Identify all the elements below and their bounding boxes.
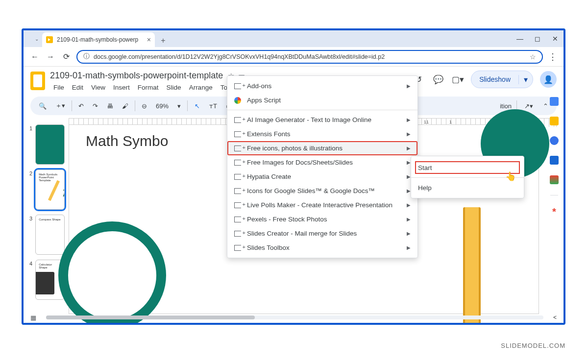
menu-view[interactable]: View (88, 82, 109, 93)
text-box-icon[interactable]: ᴛT (207, 101, 220, 111)
window-minimize-button[interactable]: — (515, 35, 524, 43)
zoom-dropdown-icon[interactable]: ▾ (175, 101, 183, 111)
apps-script-icon (234, 97, 241, 104)
slide-thumb-3[interactable]: Compass Shape 𝛬 (35, 215, 65, 255)
ext-addons[interactable]: Add-ons ▶ (227, 79, 417, 93)
ext-item[interactable]: Slides Creator - Mail merge for Slides▶ (227, 226, 417, 241)
browser-tab[interactable]: 2109-01-math-symbols-powerp × (42, 32, 155, 47)
ext-item[interactable]: Pexels - Free Stock Photos▶ (227, 212, 417, 226)
menu-file[interactable]: File (50, 82, 68, 93)
ext-item[interactable]: Icons for Google Slides™ & Google Docs™▶ (227, 184, 417, 198)
pencil-graphic (463, 207, 481, 325)
browser-window: ⌄ 2109-01-math-symbols-powerp × + — ◻ ✕ … (22, 28, 565, 325)
bookmark-star-icon[interactable]: ☆ (530, 53, 536, 61)
tab-close-icon[interactable]: × (147, 36, 151, 44)
ext-item[interactable]: Extensis Fonts▶ (227, 127, 417, 141)
tab-title: 2109-01-math-symbols-powerp (57, 36, 143, 43)
ext-item[interactable]: Hypatia Create▶ (227, 170, 417, 184)
undo-icon[interactable]: ↶ (76, 101, 86, 111)
horizontal-scrollbar[interactable] (46, 315, 543, 319)
puzzle-icon (234, 245, 241, 251)
ext-apps-script[interactable]: Apps Script (227, 93, 417, 107)
thumb-number: 3 (29, 215, 32, 255)
bottom-bar: ▦ < (30, 314, 557, 321)
document-title[interactable]: 2109-01-math-symbols-powerpoint-template (50, 71, 223, 81)
menu-arrange[interactable]: Arrange (186, 82, 216, 93)
side-panel: * (547, 97, 562, 218)
select-tool-icon[interactable]: ↖ (192, 100, 203, 112)
comments-icon[interactable]: 💬 (432, 73, 444, 86)
menu-edit[interactable]: Edit (69, 82, 87, 93)
ext-item[interactable]: Live Polls Maker - Create Interactive Pr… (227, 198, 417, 212)
contacts-icon[interactable] (550, 156, 559, 165)
grid-view-icon[interactable]: ▦ (30, 314, 36, 321)
ext-free-icons[interactable]: Free icons, photos & illustrations▶ (227, 141, 417, 155)
window-maximize-button[interactable]: ◻ (533, 35, 542, 43)
nav-back-icon[interactable]: ← (29, 52, 40, 61)
maps-icon[interactable] (550, 175, 559, 184)
addon-sidebar-icon[interactable]: * (552, 206, 556, 218)
submenu-arrow-icon: ▶ (407, 83, 411, 89)
puzzle-icon (234, 188, 241, 194)
watermark-text: SLIDEMODEL.COM (501, 342, 565, 349)
thumb-number: 4 (29, 260, 32, 300)
puzzle-icon (234, 146, 241, 151)
redo-icon[interactable]: ↷ (90, 101, 100, 111)
zoom-level[interactable]: 69% (153, 101, 171, 111)
puzzle-icon (234, 131, 241, 137)
keep-icon[interactable] (550, 117, 559, 125)
menu-format[interactable]: Format (134, 82, 162, 93)
slideshow-label: Slideshow (471, 75, 518, 83)
share-button[interactable]: 👤 (540, 71, 557, 88)
browser-menu-icon[interactable]: ⋮ (548, 51, 558, 62)
zoom-out-icon[interactable]: ⊖ (139, 101, 149, 111)
explore-chevron-icon[interactable]: < (553, 314, 557, 321)
tab-drag-handle[interactable]: ⌄ (33, 36, 40, 42)
ruler-tick: 11 (424, 120, 429, 124)
submenu-help[interactable]: Help (411, 180, 524, 195)
extensions-menu: Add-ons ▶ Apps Script AI Image Generator… (227, 75, 418, 258)
tab-strip: ⌄ 2109-01-math-symbols-powerp × + — ◻ ✕ (24, 30, 564, 47)
pointer-mode-icon[interactable]: ↗▾ (522, 101, 536, 111)
new-slide-button[interactable]: ＋▾ (53, 100, 68, 112)
puzzle-icon (234, 202, 241, 208)
tasks-icon[interactable] (550, 136, 559, 145)
search-menus-icon[interactable]: 🔍 (36, 101, 49, 111)
transition-label-fragment[interactable]: ition (500, 102, 512, 110)
menu-slide[interactable]: Slide (163, 82, 185, 93)
url-text: docs.google.com/presentation/d/1D12V2W2Y… (94, 53, 526, 60)
menu-separator (227, 110, 417, 110)
puzzle-icon (234, 217, 241, 222)
slideshow-dropdown-icon[interactable]: ▾ (518, 75, 533, 84)
slides-logo-icon[interactable] (30, 72, 45, 90)
slides-favicon-icon (46, 36, 53, 43)
slide-thumb-2[interactable]: Math Symbols PowerPoint Template π (35, 170, 65, 210)
site-info-icon[interactable]: ⓘ (83, 52, 90, 61)
thumb-number: 2 (29, 170, 32, 210)
puzzle-icon (234, 174, 241, 180)
browser-nav-bar: ← → ⟳ ⓘ docs.google.com/presentation/d/1… (24, 47, 564, 67)
ruler-tick: 1 (449, 120, 452, 124)
slideshow-button[interactable]: Slideshow ▾ (471, 71, 533, 88)
ext-item[interactable]: Free Images for Docs/Sheets/Slides▶ (227, 155, 417, 170)
address-bar[interactable]: ⓘ docs.google.com/presentation/d/1D12V2W… (76, 50, 543, 64)
ext-item[interactable]: AI Image Generator - Text to Image Onlin… (227, 113, 417, 127)
calendar-icon[interactable] (550, 97, 559, 106)
slide-title-text[interactable]: Math Symbo (86, 133, 168, 149)
nav-forward-icon[interactable]: → (45, 52, 56, 61)
puzzle-icon (234, 83, 241, 89)
puzzle-icon (234, 160, 241, 166)
thumb-number: 1 (29, 124, 32, 165)
meet-icon[interactable]: ▢▾ (451, 73, 464, 86)
nav-reload-icon[interactable]: ⟳ (61, 52, 72, 61)
slide-thumb-1[interactable]: Math Symbols (35, 124, 65, 165)
paint-format-icon[interactable]: 🖌 (120, 101, 131, 111)
google-slides-app: 2109-01-math-symbols-powerpoint-template… (24, 67, 564, 323)
print-icon[interactable]: 🖶 (104, 101, 116, 111)
menu-insert[interactable]: Insert (110, 82, 133, 93)
mouse-cursor-icon: 👆 (505, 171, 516, 182)
window-close-button[interactable]: ✕ (551, 35, 560, 43)
new-tab-button[interactable]: + (157, 34, 170, 47)
ext-item[interactable]: Slides Toolbox▶ (227, 241, 417, 255)
decorative-shape (58, 221, 166, 325)
